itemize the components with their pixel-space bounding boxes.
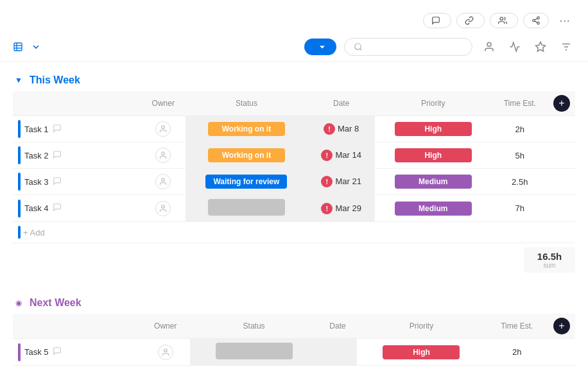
comments-button[interactable] [423,13,451,28]
task-priority-cell[interactable]: Medium [375,195,492,222]
priority-badge[interactable]: Medium [395,202,472,216]
links-button[interactable] [456,13,485,28]
task-date-cell[interactable]: !Mar 29 [307,195,375,222]
owner-avatar[interactable] [158,345,173,360]
activity-icon[interactable] [506,38,524,56]
col-header-add[interactable]: + [548,91,575,116]
task-status-cell[interactable] [186,195,308,222]
search-box[interactable] [344,38,472,56]
task-date-cell[interactable] [318,339,358,366]
priority-badge[interactable]: High [395,122,472,136]
new-item-button[interactable] [304,39,336,55]
task-status-cell[interactable]: Working on it [186,116,308,142]
status-badge-empty[interactable] [208,199,285,216]
table-row[interactable]: Task 4 !Mar 29 Medium 7h [13,195,575,222]
group-title: Next Week [30,297,82,309]
share-button[interactable] [523,13,549,28]
task-priority-cell[interactable]: High [375,142,492,169]
add-task-button[interactable]: + Add [18,226,570,239]
task-stripe [18,200,21,218]
task-date-cell[interactable]: !Mar 14 [307,142,375,169]
svg-point-21 [164,348,167,352]
col-header-name [13,91,141,116]
task-status-cell[interactable]: Working on it [186,142,308,169]
task-owner-cell[interactable] [141,116,186,142]
task-status-cell[interactable]: Waiting for review [186,169,308,195]
task-owner-cell[interactable] [141,195,186,222]
owner-avatar[interactable] [155,174,171,189]
group-collapse-btn[interactable]: ◉ [13,297,24,309]
comment-icon [431,16,440,25]
sum-row: 16.5h sum [13,243,575,277]
task-status-cell[interactable] [190,339,318,366]
table-icon [13,42,23,52]
task-priority-cell[interactable]: High [357,339,485,366]
task-time-cell: 2.5h [492,169,548,195]
table-row[interactable]: Task 2 Working on it !Mar 14 High 5h [13,142,575,169]
person-silhouette-icon [159,177,168,186]
add-task-label[interactable]: + Add [23,228,45,237]
add-row[interactable]: + Add [13,366,575,370]
task-date-text: Mar 21 [335,176,361,186]
status-badge[interactable]: Working on it [208,148,285,162]
table-row[interactable]: Task 3 Waiting for review !Mar 21 Medium… [13,169,575,195]
filter-icon[interactable] [557,38,575,56]
task-date-cell[interactable]: !Mar 21 [307,169,375,195]
task-name-text: Task 1 [24,124,49,134]
priority-badge[interactable]: Medium [395,175,472,189]
task-comment-icon[interactable] [53,347,62,357]
add-row[interactable]: + Add [13,222,575,243]
add-column-button[interactable]: + [553,95,570,112]
col-header-owner: Owner [141,91,186,116]
task-owner-cell[interactable] [141,339,190,366]
col-header-priority: Priority [357,314,485,339]
task-date-text: Mar 14 [335,150,361,160]
table-row[interactable]: Task 1 Working on it !Mar 8 High 2h [13,116,575,142]
pin-icon[interactable] [532,38,549,56]
task-comment-icon[interactable] [53,150,62,161]
owner-avatar[interactable] [155,148,171,163]
svg-point-17 [162,126,165,129]
task-stripe [18,146,21,164]
svg-line-11 [360,49,362,51]
task-comment-icon[interactable] [53,176,62,187]
status-badge-empty[interactable] [216,343,293,359]
group-next_week: ◉ Next Week Owner Status Date Priority T… [13,297,575,369]
task-name-text: Task 4 [24,203,49,213]
urgent-icon: ! [321,176,333,187]
owner-avatar[interactable] [155,201,171,216]
priority-badge[interactable]: High [395,148,472,162]
more-options-button[interactable]: ··· [554,10,575,30]
activity-pulse-icon [509,41,521,53]
table-row[interactable]: Task 5 High 2h [13,339,575,366]
toolbar [0,33,588,62]
col-header-time: Time Est. [486,314,548,339]
priority-badge[interactable]: High [383,345,460,359]
task-date-cell[interactable]: !Mar 8 [307,116,375,142]
task-owner-cell[interactable] [141,169,186,195]
user-filter-icon[interactable] [480,38,498,56]
urgent-icon: ! [324,123,335,135]
people-icon [498,16,507,25]
group-collapse-btn[interactable]: ▼ [13,74,24,86]
main-table-tab[interactable] [13,42,41,52]
task-priority-cell[interactable]: High [375,116,492,142]
col-header-add[interactable]: + [548,314,575,339]
group-header: ◉ Next Week [13,297,575,309]
task-name-text: Task 5 [24,347,49,357]
task-priority-cell[interactable]: Medium [375,169,492,195]
task-owner-cell[interactable] [141,142,186,169]
person-silhouette-icon [159,151,168,160]
people-button[interactable] [490,13,518,28]
task-extra-cell [548,142,575,169]
owner-avatar[interactable] [155,121,171,137]
task-date-text: Mar 29 [335,203,361,213]
task-comment-icon[interactable] [53,203,62,214]
person-silhouette-icon [161,348,170,357]
task-comment-icon[interactable] [53,124,62,135]
status-badge[interactable]: Working on it [208,122,285,136]
person-silhouette-icon [159,124,168,133]
status-badge[interactable]: Waiting for review [205,175,287,189]
add-column-button[interactable]: + [553,318,570,334]
svg-point-20 [162,205,165,208]
